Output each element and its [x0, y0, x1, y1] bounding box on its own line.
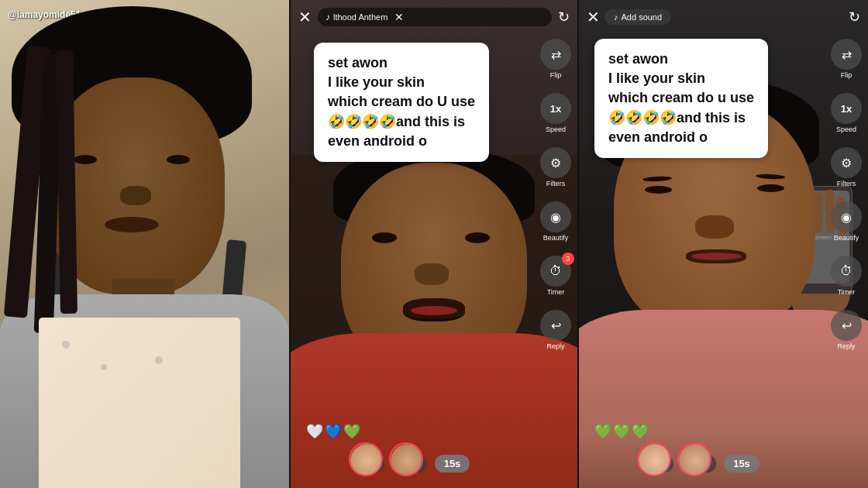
beautify-label: Beautify [543, 234, 569, 242]
bubble-line2-3: I like your skin [608, 69, 754, 88]
filters-icon-item-3[interactable]: ⚙ Filters [831, 147, 862, 187]
hearts-row-2: 🤍 💙 💚 [306, 423, 360, 440]
dot-3 [155, 356, 163, 364]
avatar-1-2[interactable] [349, 442, 383, 476]
bubble-line5-3: even android o [608, 128, 754, 147]
flip-icon: ⇄ [540, 39, 571, 70]
music-close-icon[interactable]: ✕ [394, 11, 404, 23]
music-note-3: ♪ [614, 12, 618, 22]
avatar-1-3[interactable] [637, 442, 671, 476]
beautify-icon-item[interactable]: ◉ Beautify [540, 201, 571, 242]
bubble-line2-2: I like your skin [328, 73, 475, 92]
flip-icon-item-3[interactable]: ⇄ Flip [831, 39, 862, 79]
eye-left-1 [74, 155, 97, 164]
timer-label: Timer [547, 288, 565, 296]
flip-label-3: Flip [841, 71, 852, 79]
bubble-line5-2: even android o [328, 132, 475, 151]
nose-3 [695, 215, 734, 239]
close-button-3[interactable]: ✕ [587, 8, 600, 26]
dot-1 [62, 341, 70, 349]
music-name: lthood Anthem [333, 12, 388, 22]
bubble-line3-2: which cream do U use [328, 92, 475, 112]
panel-3: screen ✕ ♪ Add sound ↻ set awon I like y… [579, 0, 868, 488]
eye-left-3 [645, 186, 672, 194]
timer-icon-item[interactable]: ⏱ 3 Timer [540, 256, 571, 296]
close-button-2[interactable]: ✕ [298, 8, 312, 26]
heart-3: 💚 [343, 423, 360, 440]
right-icons-3: ⇄ Flip 1x Speed ⚙ Filters ◉ Beautify ⏱ T… [831, 39, 862, 350]
flip-label: Flip [550, 71, 562, 79]
lips-2 [411, 306, 457, 315]
timer-icon-3: ⏱ [831, 256, 862, 287]
eye-right-1 [167, 155, 190, 164]
timer-label-3: Timer [838, 288, 856, 296]
reply-label: Reply [546, 342, 564, 350]
duration-15s-2[interactable]: 15s [435, 455, 470, 473]
duration-15s-3[interactable]: 15s [724, 455, 760, 473]
panel-1: @iamayomide51 [0, 0, 289, 488]
bubble-line4-2: 🤣🤣🤣🤣and this is [328, 112, 475, 132]
nose-2 [415, 263, 449, 285]
text-bubble-2: set awon I like your skin which cream do… [314, 43, 489, 162]
eye-right-3 [757, 184, 784, 192]
reply-label-3: Reply [837, 342, 855, 350]
top-bar-3: ✕ ♪ Add sound ↻ [579, 0, 868, 34]
nose-1 [120, 186, 151, 205]
avatar-2-3[interactable] [677, 442, 711, 476]
timer-badge: 3 [562, 253, 574, 265]
heart-2: 💙 [325, 423, 342, 440]
timer-icon-item-3[interactable]: ⏱ Timer [831, 256, 862, 296]
beautify-icon: ◉ [540, 201, 571, 232]
refresh-icon[interactable]: ↻ [558, 9, 570, 26]
add-sound-label: Add sound [622, 12, 663, 22]
right-icons-2: ⇄ Flip 1x Speed ⚙ Filters ◉ Beautify ⏱ 3… [540, 39, 571, 350]
heart-green-3: 💚 [632, 423, 649, 440]
timer-icon: ⏱ 3 [540, 256, 571, 287]
filters-icon: ⚙ [540, 147, 571, 178]
heart-green-2: 💚 [613, 423, 630, 440]
music-tag-2[interactable]: ♪ lthood Anthem ✕ [318, 8, 552, 26]
eye-left-2 [372, 232, 397, 243]
reply-icon: ↩ [540, 310, 571, 341]
heart-green-1: 💚 [594, 423, 611, 440]
finger-3 [813, 192, 824, 232]
flip-icon-item[interactable]: ⇄ Flip [540, 39, 571, 79]
speed-icon-3: 1x [831, 93, 862, 124]
hearts-row-3: 💚 💚 💚 [594, 423, 649, 440]
bubble-line1-3: set awon [608, 50, 754, 69]
speed-label-3: Speed [836, 125, 856, 133]
filters-icon-3: ⚙ [831, 147, 862, 178]
add-sound-tag[interactable]: ♪ Add sound [604, 9, 671, 25]
panel-2: ✕ ♪ lthood Anthem ✕ ↻ set awon I like yo… [289, 0, 579, 488]
beautify-icon-item-3[interactable]: ◉ Beautify [831, 201, 862, 242]
text-bubble-3: set awon I like your skin which cream do… [594, 39, 768, 158]
heart-1: 🤍 [306, 423, 323, 440]
avatar-2-2[interactable] [389, 442, 423, 476]
speed-label: Speed [546, 125, 566, 133]
filters-label: Filters [546, 180, 566, 187]
dot-2 [101, 364, 107, 370]
reply-icon-3: ↩ [831, 310, 862, 341]
top-bar-2: ✕ ♪ lthood Anthem ✕ ↻ [291, 0, 577, 34]
speed-icon: 1x [540, 93, 571, 124]
eye-right-2 [465, 232, 490, 243]
avatars-row-2 [349, 442, 423, 476]
music-note-icon: ♪ [326, 12, 330, 22]
speed-icon-item-3[interactable]: 1x Speed [831, 93, 862, 133]
reply-icon-item-3[interactable]: ↩ Reply [831, 310, 862, 350]
refresh-icon-3[interactable]: ↻ [849, 9, 860, 26]
avatars-row-3 [637, 442, 711, 476]
mouth-1 [105, 217, 159, 232]
bubble-line4-3: 🤣🤣🤣🤣and this is [608, 108, 754, 128]
bubble-line1-2: set awon [328, 53, 475, 73]
flip-icon-3: ⇄ [831, 39, 862, 70]
lips-3 [691, 253, 742, 260]
clothing-1 [39, 318, 240, 488]
filters-label-3: Filters [837, 180, 856, 187]
speed-icon-item[interactable]: 1x Speed [540, 93, 571, 133]
beautify-label-3: Beautify [834, 234, 859, 242]
filters-icon-item[interactable]: ⚙ Filters [540, 147, 571, 187]
reply-icon-item[interactable]: ↩ Reply [540, 310, 571, 350]
bubble-line3-3: which cream do u use [608, 88, 754, 108]
beautify-icon-3: ◉ [831, 201, 862, 232]
